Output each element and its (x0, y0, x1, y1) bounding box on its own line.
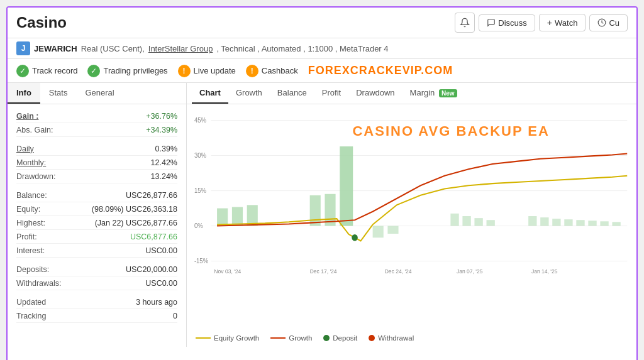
svg-text:-15%: -15% (194, 257, 208, 264)
chart-tab-margin[interactable]: Margin New (402, 83, 465, 104)
username: JEWARICH (34, 44, 77, 53)
discuss-label: Discuss (498, 18, 527, 28)
svg-rect-11 (217, 209, 228, 226)
watch-label: Watch (555, 18, 577, 28)
info-row-monthly: Monthly: 12.42% (16, 156, 177, 170)
svg-rect-27 (576, 220, 584, 226)
svg-text:Nov 03, '24: Nov 03, '24 (214, 268, 241, 275)
withdrawal-dot-icon (369, 335, 375, 341)
svg-rect-24 (540, 217, 548, 226)
svg-rect-21 (474, 218, 482, 226)
cu-label: Cu (609, 18, 619, 28)
highest-label: Highest: (16, 219, 45, 227)
chart-legend: Equity Growth Growth Deposit Withdrawal (187, 330, 636, 347)
info-table: Gain : +36.76% Abs. Gain: +34.39% Daily … (8, 104, 186, 328)
gain-label: Gain : (16, 112, 38, 121)
badge-trading-privileges-label: Trading privileges (103, 66, 167, 75)
tab-general[interactable]: General (76, 83, 123, 104)
highest-value: (Jan 22) USC26,877.66 (95, 219, 177, 227)
divider-3 (16, 258, 177, 263)
account-type: Real (USC Cent), (81, 44, 145, 53)
drawdown-value: 13.24% (151, 172, 177, 181)
group-link[interactable]: InterStellar Group (148, 44, 213, 53)
svg-text:0%: 0% (194, 222, 203, 229)
updated-label: Updated (16, 298, 46, 307)
badge-cashback: ! Cashback (246, 65, 298, 77)
updated-value: 3 hours ago (136, 298, 177, 307)
svg-rect-22 (487, 220, 495, 226)
left-panel: Info Stats General Gain : +36.76% Abs. G… (8, 83, 187, 347)
withdrawals-label: Withdrawals: (16, 279, 62, 288)
drawdown-label: Drawdown: (16, 172, 56, 181)
interest-label: Interest: (16, 246, 45, 255)
equity-value: (98.09%) USC26,363.18 (92, 205, 177, 214)
badge-track-record-label: Track record (32, 66, 77, 75)
profit-value: USC6,877.66 (130, 232, 177, 241)
chart-tab-chart[interactable]: Chart (192, 83, 228, 104)
main-content: Info Stats General Gain : +36.76% Abs. G… (8, 83, 636, 347)
monthly-label: Monthly: (16, 158, 46, 167)
tab-info[interactable]: Info (8, 83, 40, 104)
chart-tab-profit[interactable]: Profit (314, 83, 348, 104)
watch-button[interactable]: + Watch (539, 14, 586, 31)
chart-tab-growth[interactable]: Growth (228, 83, 270, 104)
equity-growth-line-icon (196, 337, 211, 339)
svg-rect-16 (340, 146, 353, 226)
chart-area: CASINO AVG BACKUP EA 45% 30% 15% 0% -15% (187, 104, 636, 330)
legend-deposit: Deposit (323, 334, 357, 342)
tracking-label: Tracking (16, 312, 46, 320)
legend-equity-growth: Equity Growth (196, 334, 259, 342)
subheader: J JEWARICH Real (USC Cent), InterStellar… (8, 38, 636, 59)
chart-tab-balance[interactable]: Balance (270, 83, 314, 104)
right-panel: Chart Growth Balance Profit Drawdown Mar… (187, 83, 636, 347)
badge-cashback-label: Cashback (262, 66, 298, 75)
info-row-daily: Daily 0.39% (16, 142, 177, 156)
equity-label: Equity: (16, 205, 40, 214)
tab-stats[interactable]: Stats (40, 83, 77, 104)
svg-rect-26 (564, 219, 572, 226)
svg-rect-23 (528, 216, 536, 226)
daily-label: Daily (16, 145, 34, 153)
new-badge: New (439, 89, 457, 97)
legend-withdrawal: Withdrawal (369, 334, 414, 342)
divider-4 (16, 290, 177, 295)
svg-text:Dec 17, '24: Dec 17, '24 (310, 268, 337, 275)
svg-rect-14 (310, 195, 321, 226)
avatar: J (16, 41, 30, 55)
badge-track-record: ✓ Track record (16, 65, 77, 77)
svg-text:Jan 14, '25: Jan 14, '25 (531, 268, 558, 275)
withdrawals-value: USC0.00 (145, 279, 177, 288)
deposit-dot-icon (323, 335, 330, 341)
info-row-equity: Equity: (98.09%) USC26,363.18 (16, 202, 177, 216)
info-row-updated: Updated 3 hours ago (16, 295, 177, 309)
svg-text:30%: 30% (194, 151, 206, 158)
discuss-button[interactable]: Discuss (479, 14, 535, 31)
bell-button[interactable] (455, 13, 475, 33)
info-row-tracking: Tracking 0 (16, 309, 177, 323)
divider-1 (16, 137, 177, 142)
growth-label: Growth (289, 334, 312, 342)
abs-gain-value: +34.39% (146, 126, 177, 134)
chart-tab-drawdown[interactable]: Drawdown (348, 83, 402, 104)
svg-rect-30 (612, 222, 620, 226)
gain-value: +36.76% (146, 112, 177, 121)
header-actions: Discuss + Watch Cu (455, 13, 628, 33)
growth-line-icon (270, 337, 286, 339)
info-row-highest: Highest: (Jan 22) USC26,877.66 (16, 216, 177, 230)
balance-label: Balance: (16, 191, 47, 200)
svg-rect-19 (450, 214, 458, 226)
info-row-drawdown: Drawdown: 13.24% (16, 170, 177, 183)
profit-label: Profit: (16, 232, 37, 241)
svg-text:Dec 24, '24: Dec 24, '24 (385, 268, 412, 275)
info-row-gain: Gain : +36.76% (16, 109, 177, 123)
balance-value: USC26,877.66 (126, 191, 177, 200)
info-row-interest: Interest: USC0.00 (16, 244, 177, 258)
svg-text:15%: 15% (194, 187, 206, 194)
info-row-profit: Profit: USC6,877.66 (16, 230, 177, 244)
header: Casino Discuss + Watch (8, 8, 636, 38)
withdrawal-label: Withdrawal (378, 334, 414, 342)
info-row-deposits: Deposits: USC20,000.00 (16, 263, 177, 276)
deposit-label: Deposit (333, 334, 357, 342)
page-title: Casino (16, 14, 67, 31)
cu-button[interactable]: Cu (589, 14, 628, 31)
